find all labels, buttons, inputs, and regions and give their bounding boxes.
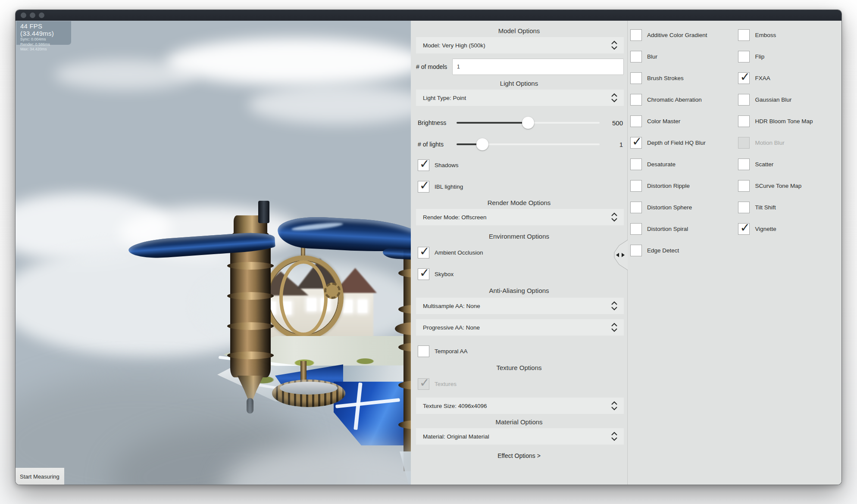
shadows-checkbox[interactable]: ✓ Shadows [411,159,627,171]
effect-checkbox[interactable]: ✓ FXAA [738,67,841,89]
textures-checkbox: ✓ Textures [411,378,627,390]
checkbox-icon: ✓ [630,29,642,41]
brightness-value: 500 [607,119,623,127]
stepper-icon [611,212,618,222]
slider-thumb[interactable] [522,117,534,129]
slider-thumb[interactable] [476,138,488,150]
effect-checkbox[interactable]: ✓ Distortion Spiral [630,218,738,240]
panel-splitter-handle[interactable] [614,240,628,271]
texture-size-dropdown[interactable]: Texture Size: 4096x4096 [416,398,624,414]
material-dropdown[interactable]: Material: Original Material [416,428,624,445]
stepper-icon [611,323,618,332]
max-time: Max: 34.420ms [20,47,71,52]
checkbox-icon: ✓ [630,137,642,149]
checkbox-icon: ✓ [418,247,429,258]
checkbox-icon: ✓ [738,29,750,41]
checkbox-icon: ✓ [630,51,642,62]
gear [324,283,341,299]
stepper-icon [611,40,618,50]
zoom-button-icon[interactable] [39,12,44,18]
checkbox-icon: ✓ [738,223,750,235]
sync-time: Sync: 0.004ms [20,37,71,42]
effect-checkbox[interactable]: ✓ Desaturate [630,153,738,175]
ibl-lighting-checkbox[interactable]: ✓ IBL lighting [411,181,627,193]
stepper-icon [611,93,618,103]
effect-checkbox[interactable]: ✓ Additive Color Gradient [630,24,738,46]
checkbox-icon: ✓ [418,378,429,390]
effects-column-left: ✓ Additive Color Gradient ✓ Blur ✓ Brush… [630,21,738,485]
effect-checkbox[interactable]: ✓ Edge Detect [630,240,738,261]
temporal-aa-checkbox[interactable]: ✓ Temporal AA [411,345,627,357]
light-type-dropdown[interactable]: Light Type: Point [416,90,624,106]
material-options-title: Material Options [411,417,627,427]
app-window: 44 FPS (33.449ms) Sync: 0.004ms Render: … [15,9,842,485]
num-models-input[interactable] [452,59,624,75]
checkbox-icon: ✓ [738,159,750,170]
anti-aliasing-options-title: Anti-Aliasing Options [411,286,627,296]
checkbox-icon: ✓ [738,72,750,84]
light-options-title: Light Options [411,78,627,89]
start-measuring-button[interactable]: Start Measuring [16,468,64,485]
checkbox-icon: ✓ [738,137,750,149]
texture-options-title: Texture Options [411,363,627,373]
effect-checkbox[interactable]: ✓ Scatter [738,153,841,175]
checkbox-icon: ✓ [738,115,750,127]
checkbox-icon: ✓ [418,345,429,357]
num-models-label: # of models [411,63,452,70]
render-mode-dropdown[interactable]: Render Mode: Offscreen [416,209,624,225]
progressive-aa-dropdown[interactable]: Progressive AA: None [416,319,624,336]
skybox-checkbox[interactable]: ✓ Skybox [411,268,627,280]
checkbox-icon: ✓ [738,94,750,106]
render-mode-options-title: Render Mode Options [411,198,627,208]
fps-value: 44 FPS (33.449ms) [20,22,71,37]
stepper-icon [611,432,618,441]
effect-checkbox[interactable]: ✓ Color Master [630,110,738,132]
stepper-icon [611,301,618,311]
effect-checkbox[interactable]: ✓ Emboss [738,24,841,46]
effect-options-link[interactable]: Effect Options > [411,451,627,461]
stepper-icon [611,401,618,411]
checkbox-icon: ✓ [738,180,750,192]
options-panel: Model Options Model: Very High (500k) # … [411,21,627,485]
checkbox-icon: ✓ [630,223,642,235]
effect-checkbox[interactable]: ✓ Gaussian Blur [738,89,841,110]
minimize-button-icon[interactable] [30,12,35,18]
effect-checkbox[interactable]: ✓ HDR Bloom Tone Map [738,110,841,132]
num-lights-slider[interactable] [457,143,600,145]
checkbox-icon: ✓ [738,51,750,62]
fps-overlay: 44 FPS (33.449ms) Sync: 0.004ms Render: … [16,21,71,45]
multisample-aa-dropdown[interactable]: Multisample AA: None [416,298,624,314]
ambient-occlusion-checkbox[interactable]: ✓ Ambient Occlusion [411,247,627,258]
close-button-icon[interactable] [21,12,26,18]
effect-checkbox[interactable]: ✓ Distortion Sphere [630,196,738,218]
checkbox-icon: ✓ [630,72,642,84]
effects-column-right: ✓ Emboss ✓ Flip ✓ FXAA ✓ Gaussian Blur ✓… [738,21,841,485]
checkbox-icon: ✓ [630,159,642,170]
checkbox-icon: ✓ [738,202,750,213]
effect-checkbox[interactable]: ✓ Brush Strokes [630,67,738,89]
effect-checkbox[interactable]: ✓ Distortion Ripple [630,175,738,196]
effect-checkbox[interactable]: ✓ SCurve Tone Map [738,175,841,196]
model-dropdown[interactable]: Model: Very High (500k) [416,37,624,53]
brightness-label: Brightness [418,119,453,126]
effect-checkbox[interactable]: ✓ Chromatic Aberration [630,89,738,110]
environment-options-title: Environment Options [411,231,627,242]
checkbox-icon: ✓ [418,268,429,280]
blue-glass-panel [334,382,410,445]
checkbox-icon: ✓ [630,94,642,106]
effect-checkbox[interactable]: ✓ Depth of Field HQ Blur [630,132,738,153]
checkbox-icon: ✓ [630,115,642,127]
effect-checkbox: ✓ Motion Blur [738,132,841,153]
effects-panel: ✓ Additive Color Gradient ✓ Blur ✓ Brush… [627,21,841,485]
render-viewport[interactable]: 44 FPS (33.449ms) Sync: 0.004ms Render: … [16,21,411,485]
propeller-blade [382,247,411,261]
effect-checkbox[interactable]: ✓ Blur [630,46,738,67]
brightness-slider[interactable] [457,122,600,124]
render-time: Render: 0.586ms [20,42,71,47]
effect-checkbox[interactable]: ✓ Tilt Shift [738,196,841,218]
effect-checkbox[interactable]: ✓ Flip [738,46,841,67]
num-lights-label: # of lights [418,141,453,148]
effect-checkbox[interactable]: ✓ Vignette [738,218,841,240]
num-lights-value: 1 [607,141,623,148]
titlebar[interactable] [16,10,841,21]
